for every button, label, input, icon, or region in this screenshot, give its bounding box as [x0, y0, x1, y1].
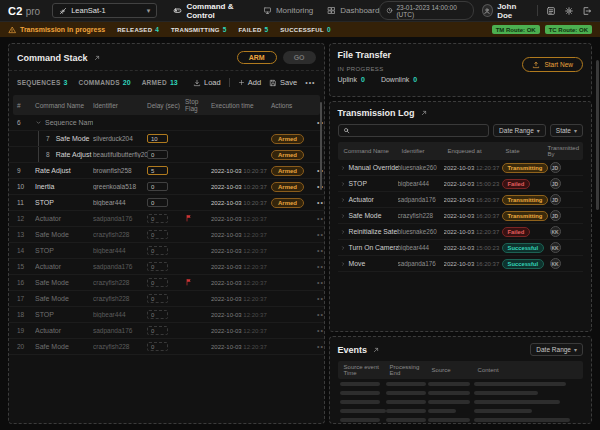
date-range-dropdown[interactable]: Date Range ▾: [493, 124, 546, 137]
command-row[interactable]: 16Safe Modecrazyfish2282022-10-03 12:20:…: [9, 275, 324, 291]
delay-input[interactable]: [147, 342, 168, 351]
row-more-button[interactable]: •••: [317, 295, 325, 302]
start-new-button[interactable]: Start New: [522, 57, 583, 72]
delay-input[interactable]: [147, 198, 168, 207]
command-name-text: Actuator: [35, 215, 61, 222]
log-search[interactable]: [338, 124, 490, 137]
command-identifier: brownfish258: [93, 167, 147, 174]
apps-icon[interactable]: [546, 6, 556, 16]
log-row[interactable]: Reinitialize Satellitebluesnake2602022-1…: [338, 224, 583, 240]
row-more-button[interactable]: •••: [317, 327, 325, 334]
command-row[interactable]: 18STOPbigbear4442022-10-03 12:20:37•••: [9, 307, 324, 323]
execution-clock: 12:20:37: [243, 344, 266, 350]
delay-input[interactable]: [147, 182, 168, 191]
load-button[interactable]: Load: [193, 78, 221, 87]
row-more-button[interactable]: •••: [317, 311, 325, 318]
satellite-select[interactable]: LeanSat-1 ▾: [52, 3, 157, 18]
row-more-button[interactable]: •••: [317, 199, 325, 206]
sequence-row[interactable]: 6Sequence Name•••: [9, 115, 324, 131]
column-header: Stop Flag: [185, 98, 211, 112]
row-more-button[interactable]: •••: [317, 343, 325, 350]
log-row[interactable]: STOPbigbear4442022-10-03 15:00:23FailedJ…: [338, 176, 583, 192]
stat-value: 13: [170, 79, 178, 86]
delay-cell: [147, 310, 185, 319]
row-more-button[interactable]: •••: [317, 215, 325, 222]
counter-value: 0: [327, 26, 331, 33]
delay-input[interactable]: [147, 326, 168, 335]
log-enqueued-at: 2022-10-03 16:20:37: [444, 197, 502, 203]
log-row[interactable]: Movesadpanda1762022-10-03 16:20:37Succes…: [338, 256, 583, 272]
delay-input[interactable]: [147, 230, 168, 239]
logout-icon[interactable]: [582, 6, 592, 16]
command-row[interactable]: 13Safe Modecrazyfish2282022-10-03 12:20:…: [9, 227, 324, 243]
command-row[interactable]: 14STOPbigbear4442022-10-03 12:20:37•••: [9, 243, 324, 259]
downlink-value: 0: [413, 76, 417, 83]
command-row[interactable]: 11STOPbigbear4442022-10-03 10:20:37Armed…: [9, 195, 324, 211]
execution-clock: 12:20:37: [243, 264, 266, 270]
delay-input[interactable]: [147, 134, 168, 143]
command-row[interactable]: 20Safe Modecrazyfish2282022-10-03 12:20:…: [9, 339, 324, 355]
download-icon: [193, 79, 201, 87]
log-command-name: Actuator: [340, 196, 398, 203]
row-number: 9: [17, 167, 35, 174]
command-row[interactable]: 15Actuatorsadpanda1762022-10-03 12:20:37…: [9, 259, 324, 275]
command-stack-toolbar: Load Add Save •••: [193, 78, 316, 87]
delay-cell: [147, 230, 185, 239]
settings-gear-icon[interactable]: [564, 6, 574, 16]
execution-time: 2022-10-03 12:20:37: [211, 328, 271, 334]
state-dropdown[interactable]: State ▾: [550, 124, 583, 137]
page-scrollbar[interactable]: [596, 60, 599, 210]
arm-button[interactable]: ARM: [237, 51, 277, 64]
file-transfer-title-text: File Transfer: [338, 50, 392, 60]
more-actions-button[interactable]: •••: [305, 79, 315, 86]
search-input[interactable]: [353, 127, 485, 134]
log-row[interactable]: Safe Modecrazyfish2282022-10-03 16:20:37…: [338, 208, 583, 224]
command-row[interactable]: 17Safe Modecrazyfish2282022-10-03 12:20:…: [9, 291, 324, 307]
downlink-stat: Downlink 0: [381, 76, 417, 83]
row-more-button[interactable]: •••: [317, 263, 325, 270]
log-row[interactable]: Manual Overridebluesnake2602022-10-03 12…: [338, 160, 583, 176]
nav-item-dashboard[interactable]: Dashboard: [327, 6, 379, 15]
log-row[interactable]: Turn On Camerasbigbear4442022-10-03 15:0…: [338, 240, 583, 256]
events-date-range-dropdown[interactable]: Date Range ▾: [530, 343, 583, 356]
row-more-button[interactable]: •••: [317, 279, 325, 286]
command-row[interactable]: 10Inertiagreenkoala5182022-10-03 10:20:3…: [9, 179, 324, 195]
delay-input[interactable]: [147, 294, 168, 303]
command-row[interactable]: 12Actuatorsadpanda1762022-10-03 12:20:37…: [9, 211, 324, 227]
skeleton-row: [338, 415, 583, 424]
go-button[interactable]: GO: [283, 51, 316, 64]
row-more-button[interactable]: •••: [317, 247, 325, 254]
expand-icon[interactable]: [372, 346, 380, 354]
command-row[interactable]: 8Rate Adjustbeautifulbutterfly202Armed: [9, 147, 324, 163]
user-menu[interactable]: John Doe: [482, 2, 530, 20]
delay-input[interactable]: [147, 262, 168, 271]
log-transmitted-by-cell: JD: [544, 210, 583, 221]
delay-input[interactable]: [147, 310, 168, 319]
log-row[interactable]: Actuatorsadpanda1762022-10-03 16:20:37Tr…: [338, 192, 583, 208]
expand-icon[interactable]: [93, 54, 101, 62]
command-identifier: beautifulbutterfly202: [93, 151, 147, 158]
delay-input[interactable]: [147, 278, 168, 287]
nav-item-monitoring[interactable]: Monitoring: [263, 6, 313, 15]
expand-icon[interactable]: [420, 109, 428, 117]
execution-date: 2022-10-03: [211, 264, 243, 270]
delay-input[interactable]: [147, 150, 168, 159]
command-name: Safe Mode: [35, 343, 93, 350]
delay-input[interactable]: [147, 246, 168, 255]
delay-input[interactable]: [147, 214, 168, 223]
log-table-header: Command NameIdentifierEnqueued atStateTr…: [338, 142, 583, 160]
alert-counter-successful: SUCCESSFUL0: [280, 26, 330, 33]
row-number: 7: [46, 135, 50, 142]
delay-input[interactable]: [147, 166, 168, 175]
nav-item-label: Dashboard: [340, 6, 379, 15]
command-row[interactable]: 9Rate Adjustbrownfish2582022-10-03 10:20…: [9, 163, 324, 179]
nav-item-command-control[interactable]: Command & Control: [173, 2, 249, 20]
command-row[interactable]: 19Actuatorsadpanda1762022-10-03 12:20:37…: [9, 323, 324, 339]
row-more-button[interactable]: •••: [317, 231, 325, 238]
save-button[interactable]: Save: [269, 78, 297, 87]
command-stack-scrollbar[interactable]: [320, 102, 322, 190]
command-name-text: Safe Mode: [35, 231, 69, 238]
alert-counter-failed: FAILED5: [238, 26, 268, 33]
add-button[interactable]: Add: [238, 78, 261, 87]
command-row[interactable]: 7Safe Modesilverduck204Armed: [9, 131, 324, 147]
